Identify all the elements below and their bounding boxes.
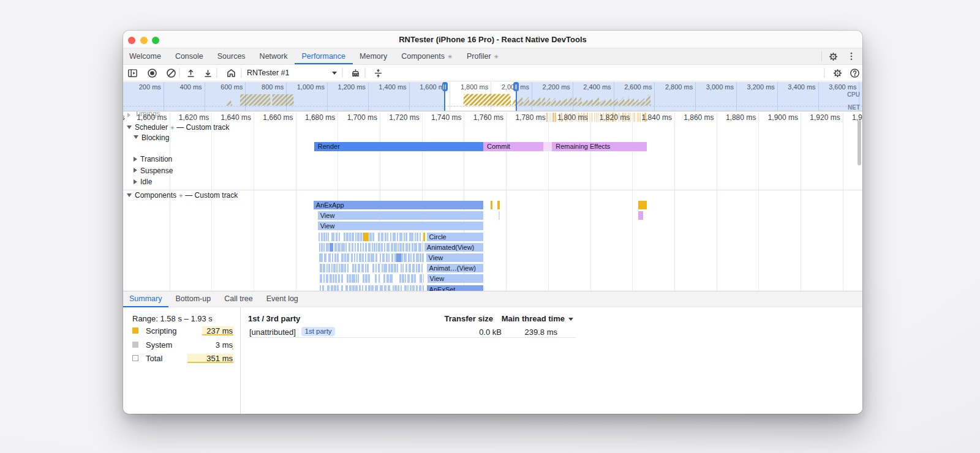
record-icon[interactable]: [145, 66, 160, 80]
component-slice[interactable]: [376, 243, 377, 252]
component-slice[interactable]: [341, 253, 344, 262]
component-slice[interactable]: [334, 243, 337, 252]
help-icon[interactable]: [847, 66, 862, 80]
scheduler-bar[interactable]: Remaining Effects: [552, 142, 647, 151]
component-slice[interactable]: [344, 264, 346, 272]
component-slice[interactable]: [409, 233, 411, 241]
dark-mark[interactable]: [396, 253, 401, 262]
component-slice[interactable]: [372, 264, 374, 272]
component-slice[interactable]: [390, 233, 392, 241]
track-components-header[interactable]: Components ✳ — Custom track: [127, 191, 238, 200]
component-slice[interactable]: [415, 233, 416, 241]
selection-left-grip[interactable]: [442, 82, 448, 91]
component-slice[interactable]: [384, 243, 385, 252]
component-slice[interactable]: [380, 253, 381, 262]
component-slice[interactable]: [423, 285, 424, 291]
yellow-mark[interactable]: [423, 233, 425, 241]
component-slice[interactable]: [398, 243, 399, 252]
component-slice[interactable]: [323, 264, 325, 272]
component-slice[interactable]: [367, 264, 369, 272]
component-slice[interactable]: [407, 285, 409, 291]
component-slice[interactable]: [365, 243, 367, 252]
expand-icon[interactable]: [134, 168, 137, 173]
component-slice[interactable]: [318, 233, 320, 241]
component-slice[interactable]: [326, 233, 328, 241]
component-slice[interactable]: [423, 274, 424, 283]
component-span[interactable]: Animat…(View): [427, 264, 483, 272]
component-slice[interactable]: [416, 264, 417, 272]
component-slice[interactable]: [361, 264, 364, 272]
component-slice[interactable]: [358, 274, 359, 283]
component-slice[interactable]: [355, 285, 358, 291]
tab-performance[interactable]: Performance: [295, 48, 353, 64]
component-slice[interactable]: [349, 233, 351, 241]
component-span[interactable]: View: [428, 274, 483, 283]
scheduler-bar[interactable]: Commit: [483, 142, 543, 151]
component-slice[interactable]: [394, 285, 397, 291]
component-slice[interactable]: [365, 274, 368, 283]
component-slice[interactable]: [347, 253, 350, 262]
component-slice[interactable]: [418, 243, 422, 252]
download-profile-icon[interactable]: [201, 66, 216, 80]
garbage-collect-icon[interactable]: [349, 66, 363, 80]
purple-mark[interactable]: [638, 211, 643, 220]
component-slice[interactable]: [374, 243, 375, 252]
component-slice[interactable]: [338, 274, 341, 283]
component-slice[interactable]: [398, 285, 399, 291]
tab-network[interactable]: Network: [252, 48, 295, 64]
component-slice[interactable]: [368, 253, 370, 262]
component-slice[interactable]: [356, 253, 358, 262]
component-slice[interactable]: [388, 253, 390, 262]
component-slice[interactable]: [320, 285, 321, 291]
component-slice[interactable]: [391, 264, 393, 272]
component-slice[interactable]: [336, 264, 337, 272]
component-slice[interactable]: [321, 243, 323, 252]
component-slice[interactable]: [404, 253, 407, 262]
component-slice[interactable]: [368, 285, 371, 291]
component-slice[interactable]: [352, 285, 355, 291]
component-slice[interactable]: [371, 285, 374, 291]
settings-icon[interactable]: [826, 49, 840, 64]
toggle-sidebar-icon[interactable]: [126, 66, 140, 80]
component-slice[interactable]: [328, 264, 330, 272]
component-slice[interactable]: [381, 233, 383, 241]
component-slice[interactable]: [391, 243, 393, 252]
component-slice[interactable]: [337, 243, 341, 252]
lane-transition[interactable]: Transition: [134, 155, 172, 163]
component-slice[interactable]: [368, 274, 371, 283]
lavender-mark[interactable]: [499, 211, 500, 220]
component-slice[interactable]: [369, 233, 372, 241]
component-slice[interactable]: [378, 243, 380, 252]
component-span[interactable]: Circle: [427, 233, 483, 241]
lane-blocking[interactable]: Blocking: [134, 133, 169, 142]
component-slice[interactable]: [365, 264, 366, 272]
component-slice[interactable]: [355, 243, 356, 252]
component-slice[interactable]: [333, 274, 335, 283]
component-slice[interactable]: [327, 285, 330, 291]
component-slice[interactable]: [358, 264, 361, 272]
component-slice[interactable]: [365, 253, 366, 262]
component-slice[interactable]: [368, 243, 371, 252]
collapse-icon[interactable]: [127, 193, 132, 197]
track-scheduler-header[interactable]: Scheduler ✳ — Custom track: [127, 123, 229, 132]
component-slice[interactable]: [402, 274, 404, 283]
component-slice[interactable]: [394, 243, 397, 252]
component-slice[interactable]: [341, 285, 343, 291]
target-select[interactable]: RNTester #1: [247, 65, 289, 81]
component-slice[interactable]: [335, 274, 337, 283]
component-slice[interactable]: [411, 274, 413, 283]
component-span[interactable]: View: [318, 211, 483, 220]
component-slice[interactable]: [402, 264, 404, 272]
yellow-mark[interactable]: [497, 201, 500, 209]
component-slice[interactable]: [339, 233, 340, 241]
component-slice[interactable]: [375, 264, 377, 272]
component-slice[interactable]: [422, 253, 424, 262]
component-slice[interactable]: [405, 264, 408, 272]
component-slice[interactable]: [404, 233, 405, 241]
scheduler-bar[interactable]: [543, 142, 552, 151]
component-slice[interactable]: [380, 285, 383, 291]
component-span[interactable]: View: [426, 253, 483, 262]
component-slice[interactable]: [331, 285, 333, 291]
component-slice[interactable]: [352, 243, 353, 252]
component-slice[interactable]: [409, 243, 411, 252]
